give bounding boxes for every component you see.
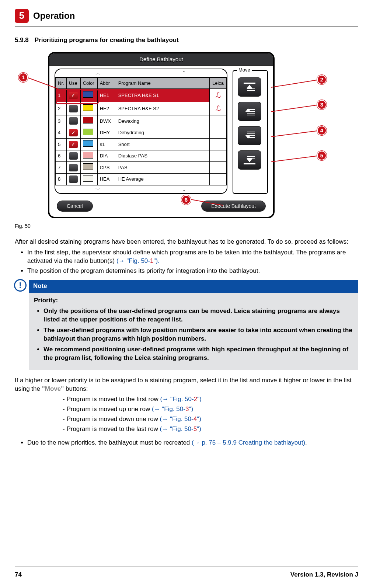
cell-abbr: s1 [97,139,116,150]
col-nr: Nr. [56,78,67,89]
use-checkbox[interactable] [66,162,80,174]
cell-abbr: DIA [97,150,116,162]
cell-nr: 7 [56,162,67,174]
program-table: Nr. Use Color Abbr Program Name Leica 1✓… [55,77,227,185]
move-to-bottom-button[interactable] [238,150,261,170]
cell-nr: 5 [56,139,67,150]
svg-line-3 [271,131,317,137]
color-swatch [80,127,97,139]
svg-marker-19 [245,135,251,139]
scroll-up-left-icon[interactable]: ︿ [55,69,141,77]
color-swatch [80,162,97,174]
callout-3: 3 [317,100,327,109]
callout-2: 2 [317,75,327,84]
table-row[interactable]: 1✓HE1SPECTRA H&E S1ℒ [56,89,227,102]
page-number: 74 [15,571,22,579]
header-rule [15,27,358,27]
cell-leica: ℒ [210,89,227,102]
version-label: Version 1.3, Revision J [290,571,358,579]
use-checkbox[interactable] [66,150,80,162]
note-block: ! Note Priority: Only the positions of t… [15,280,358,370]
table-row[interactable]: 2HE2SPECTRA H&E S2ℒ [56,102,227,115]
table-row[interactable]: 8HEAHE Average [56,173,227,185]
svg-rect-21 [247,158,255,159]
col-name: Program Name [116,78,209,89]
cell-name: SPECTRA H&E S2 [116,102,209,115]
table-row[interactable]: 4✓DHYDehydrating [56,127,227,139]
note-item-3: We recommend positioning user-defined pr… [43,345,353,362]
cell-leica [210,139,227,150]
cancel-button[interactable]: Cancel [57,201,93,212]
use-checkbox[interactable] [66,173,80,185]
use-checkbox[interactable]: ✓ [66,89,80,102]
use-checkbox[interactable] [66,102,80,115]
callout-5: 5 [317,151,327,160]
cell-abbr: HEA [97,173,116,185]
svg-rect-12 [247,111,255,112]
cell-nr: 8 [56,173,67,185]
move-up-button[interactable] [238,102,261,121]
dialog-title: Define Bathlayout [49,53,273,66]
svg-rect-6 [244,83,255,84]
callout-1: 1 [18,73,28,82]
note-title: Note [29,280,358,293]
table-row[interactable]: 6DIADiastase PAS [56,150,227,162]
note-icon: ! [14,279,27,292]
cell-abbr: HE2 [97,102,116,115]
table-row[interactable]: 5✓s1Short [56,139,227,150]
bullet-recreate: Due to the new priorities, the bathlayou… [27,439,358,447]
para-move-intro: If a higher or lower priority is to be a… [15,376,358,393]
bullet-position: The position of the program determines i… [27,267,358,275]
cell-nr: 2 [56,102,67,115]
cell-name: Dehydrating [116,127,209,139]
cell-abbr: DHY [97,127,116,139]
move-description: - Program is moved to the last row (→ "F… [63,425,358,434]
cell-leica [210,162,227,174]
callout-6: 6 [181,195,191,205]
program-list-panel: ︿ ⌃ Nr. Use Color Abbr Program Name Leic… [55,69,227,194]
svg-rect-16 [247,133,255,134]
col-color: Color [80,78,97,89]
cell-name: Dewaxing [116,115,209,127]
use-checkbox[interactable]: ✓ [66,139,80,150]
cell-name: Short [116,139,209,150]
cell-leica [210,173,227,185]
move-description: - Program is moved up one row (→ "Fig. 5… [63,405,358,414]
color-swatch [80,115,97,127]
note-item-1: Only the positions of the user-defined p… [43,307,353,324]
color-swatch [80,139,97,150]
scroll-up-right-icon[interactable]: ⌃ [141,69,227,77]
svg-line-1 [271,80,317,87]
cell-name: PAS [116,162,209,174]
cell-name: SPECTRA H&E S1 [116,89,209,102]
table-row[interactable]: 3DWXDewaxing [56,115,227,127]
svg-line-4 [271,156,317,162]
color-swatch [80,150,97,162]
cell-name: Diastase PAS [116,150,209,162]
section-number: 5.9.8 [15,36,29,45]
note-lead: Priority: [34,296,353,305]
move-down-button[interactable] [238,126,261,145]
execute-bathlayout-button[interactable]: Execute Bathlayout [201,201,266,212]
move-panel: Move [233,70,268,194]
color-swatch [80,89,97,102]
cell-leica [210,115,227,127]
svg-marker-7 [247,85,252,88]
move-description: - Program is moved to the first row (→ "… [63,395,358,404]
svg-rect-14 [247,115,255,115]
section-title: Prioritizing programs for creating the b… [35,36,179,45]
cell-name: HE Average [116,173,209,185]
scroll-down-right-icon[interactable]: ⌄ [141,185,227,193]
col-abbr: Abbr [97,78,116,89]
scroll-down-left-icon[interactable]: ﹀ [55,185,141,193]
use-checkbox[interactable] [66,115,80,127]
use-checkbox[interactable]: ✓ [66,127,80,139]
color-swatch [80,173,97,185]
col-leica: Leica [210,78,227,89]
chapter-number-badge: 5 [15,9,29,23]
svg-rect-9 [247,90,255,91]
note-item-2: The user-defined programs with low posit… [43,326,353,343]
move-to-top-button[interactable] [238,77,261,97]
move-panel-label: Move [237,67,252,73]
table-row[interactable]: 7CPSPAS [56,162,227,174]
